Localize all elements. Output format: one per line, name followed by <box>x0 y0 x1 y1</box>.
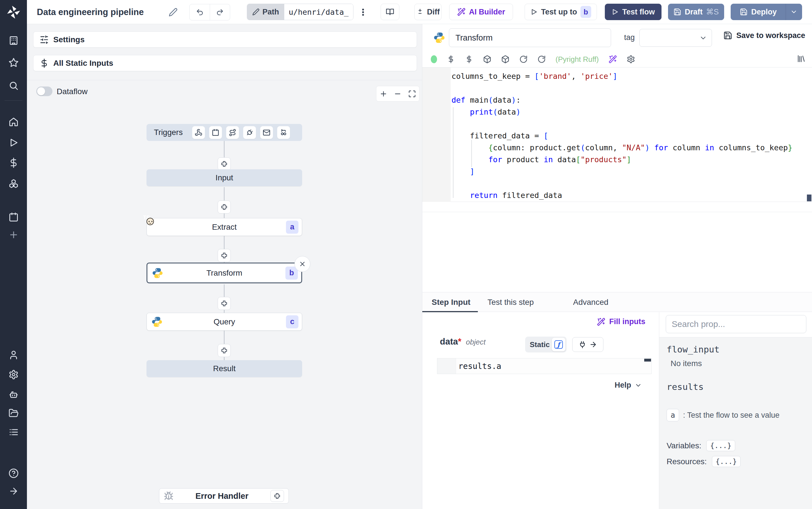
insert-step-button[interactable] <box>218 297 231 310</box>
plug-icon <box>579 341 586 348</box>
test-flow-button[interactable]: Test flow <box>605 4 662 20</box>
flow-input-heading[interactable]: flow_input <box>667 344 719 354</box>
step-name-input[interactable] <box>449 28 611 47</box>
code-editor[interactable]: columns_to_keep = ['brand', 'price'] def… <box>422 67 812 202</box>
editor-settings-gear-icon[interactable] <box>627 55 635 64</box>
connect-input-button[interactable] <box>572 337 603 352</box>
runs-play-icon[interactable] <box>8 138 19 148</box>
package-icon[interactable] <box>483 55 491 64</box>
static-toggle[interactable]: Static ƒ <box>525 337 566 352</box>
variable-dollar-icon[interactable] <box>447 55 455 64</box>
remove-step-button[interactable] <box>294 256 310 272</box>
user-icon[interactable] <box>8 350 19 360</box>
results-heading[interactable]: results <box>667 382 704 392</box>
test-up-to-button[interactable]: Test up to b <box>525 4 597 20</box>
undo-button[interactable] <box>190 4 210 20</box>
reload-icon[interactable] <box>519 55 528 64</box>
trigger-webhook-button[interactable] <box>192 126 205 139</box>
resources-value-badge[interactable]: {...} <box>712 456 741 467</box>
variables-value-badge[interactable]: {...} <box>706 440 735 451</box>
function-mode-button[interactable]: ƒ <box>552 338 565 351</box>
dollar-icon <box>40 59 49 68</box>
trigger-schedule-button[interactable] <box>209 126 222 139</box>
folders-icon[interactable] <box>8 408 19 418</box>
node-extract[interactable]: TS Extract a <box>147 218 302 236</box>
all-static-inputs-button[interactable]: All Static Inputs <box>33 55 417 71</box>
python-icon <box>151 316 163 328</box>
path-control[interactable]: Path u/henri/data_ <box>247 4 354 20</box>
error-handler-node[interactable]: Error Handler <box>159 488 289 504</box>
triggers-bar[interactable]: Triggers <box>147 124 302 141</box>
resources-cubes-icon[interactable] <box>8 178 19 189</box>
node-query[interactable]: Query c <box>147 313 302 331</box>
trigger-email-button[interactable] <box>260 126 273 139</box>
editor-gutter <box>422 67 451 202</box>
tag-select[interactable] <box>639 29 712 47</box>
node-transform-selected[interactable]: Transform b <box>147 263 302 283</box>
editor-scrollbar-thumb[interactable] <box>807 195 811 201</box>
fill-inputs-button[interactable]: Fill inputs <box>597 317 645 326</box>
ai-builder-button[interactable]: AI Builder <box>449 4 513 20</box>
add-plus-icon[interactable] <box>8 230 19 240</box>
trigger-websocket-button[interactable] <box>243 126 256 139</box>
workspace-icon[interactable] <box>8 35 19 46</box>
result-item[interactable]: a : Test the flow to see a value <box>667 409 779 421</box>
favorites-star-icon[interactable] <box>8 58 19 68</box>
node-result[interactable]: Result <box>147 360 302 377</box>
windmill-logo-icon[interactable] <box>6 4 21 19</box>
draft-button[interactable]: Draft ⌘S <box>668 4 724 20</box>
diff-button[interactable]: Diff <box>414 4 442 20</box>
schedules-calendar-icon[interactable] <box>8 212 19 222</box>
home-icon[interactable] <box>8 117 19 127</box>
audit-logs-list-icon[interactable] <box>8 427 19 437</box>
ai-wand-icon[interactable] <box>608 55 617 64</box>
arg-type: object <box>466 338 485 346</box>
reload-icon[interactable] <box>538 55 546 64</box>
save-to-workspace-button[interactable]: Save to workspace <box>723 31 805 40</box>
workers-robot-icon[interactable] <box>8 389 19 400</box>
expand-arrow-icon[interactable] <box>8 486 19 496</box>
zoom-in-plus-icon[interactable] <box>379 90 387 98</box>
dataflow-toggle[interactable] <box>36 87 52 96</box>
tab-step-input[interactable]: Step Input <box>432 292 471 312</box>
chevron-down-icon <box>635 382 642 389</box>
trigger-poll-button[interactable] <box>277 126 290 139</box>
fit-view-icon[interactable] <box>408 90 416 98</box>
path-button[interactable]: Path <box>247 4 284 20</box>
deploy-button[interactable]: Deploy <box>731 8 786 16</box>
insert-step-button[interactable] <box>218 157 231 170</box>
zoom-out-minus-icon[interactable] <box>394 90 402 98</box>
docs-book-button[interactable] <box>381 4 399 20</box>
result-key-badge[interactable]: a <box>667 409 679 421</box>
help-button[interactable]: Help <box>615 381 642 389</box>
add-error-handler-button[interactable] <box>270 490 284 502</box>
path-value[interactable]: u/henri/data_ <box>284 4 353 20</box>
help-icon[interactable] <box>8 468 19 478</box>
package-icon[interactable] <box>501 55 510 64</box>
node-input[interactable]: Input <box>147 169 302 186</box>
function-f-icon: ƒ <box>554 340 563 349</box>
trigger-route-button[interactable] <box>226 126 239 139</box>
argument-row: data*object Static ƒ <box>440 337 649 352</box>
tab-advanced[interactable]: Advanced <box>573 292 608 312</box>
search-prop-input[interactable] <box>666 315 806 333</box>
insert-step-button[interactable] <box>218 201 231 213</box>
search-icon[interactable] <box>8 80 19 91</box>
node-extract-badge: a <box>286 220 298 234</box>
insert-step-button[interactable] <box>218 249 231 262</box>
flow-settings-button[interactable]: Settings <box>33 31 417 48</box>
insert-step-button[interactable] <box>218 344 231 357</box>
triggers-label: Triggers <box>154 128 183 137</box>
library-icon[interactable] <box>797 54 806 63</box>
variables-dollar-icon[interactable] <box>8 158 19 168</box>
expression-editor[interactable]: results.a <box>437 358 652 374</box>
deploy-more-button[interactable] <box>786 8 802 15</box>
more-kebab-icon[interactable] <box>359 8 368 17</box>
settings-gear-icon[interactable] <box>8 370 19 380</box>
redo-button[interactable] <box>210 4 230 20</box>
edit-title-pencil-icon[interactable] <box>169 8 178 17</box>
resource-dollar-icon[interactable] <box>465 55 473 64</box>
resources-row: Resources: {...} <box>667 456 741 467</box>
expression-value[interactable]: results.a <box>456 359 502 374</box>
tab-test-this-step[interactable]: Test this step <box>487 292 534 312</box>
